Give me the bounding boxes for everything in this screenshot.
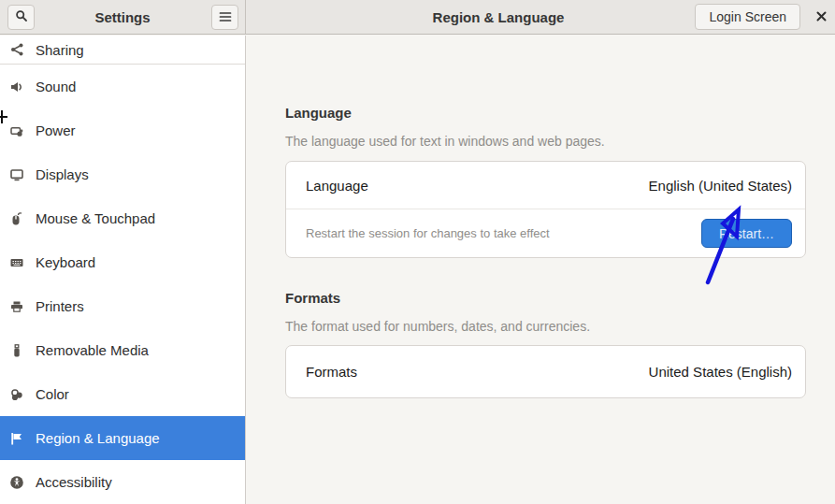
language-row-value: English (United States) [649, 178, 792, 194]
formats-row[interactable]: Formats United States (English) [286, 346, 805, 397]
sidebar-item-displays[interactable]: Displays [0, 152, 245, 196]
menu-button[interactable] [211, 5, 238, 30]
language-card: Language English (United States) Restart… [285, 161, 806, 258]
hamburger-icon [219, 9, 232, 26]
header-left: Settings [0, 0, 246, 34]
search-icon [14, 8, 29, 27]
settings-window: Settings Region & Language Login Screen … [0, 0, 835, 504]
sidebar-item-label: Sharing [36, 42, 84, 58]
login-screen-button[interactable]: Login Screen [695, 4, 800, 30]
speaker-icon [9, 79, 24, 94]
sidebar-item-accessibility[interactable]: Accessibility [0, 460, 245, 504]
sidebar-item-mouse-touchpad[interactable]: Mouse & Touchpad [0, 196, 245, 240]
flag-icon [9, 431, 24, 446]
language-row-label: Language [306, 178, 368, 194]
sidebar-item-label: Mouse & Touchpad [36, 210, 155, 226]
language-row[interactable]: Language English (United States) [286, 162, 805, 209]
sidebar-item-removable-media[interactable]: Removable Media [0, 328, 245, 372]
mouse-icon [9, 211, 24, 226]
window-title: Settings [94, 0, 150, 34]
formats-row-label: Formats [306, 364, 357, 380]
sidebar-item-printers[interactable]: Printers [0, 284, 245, 328]
sidebar-item-label: Printers [36, 298, 84, 314]
usb-icon [9, 343, 24, 358]
keyboard-icon [9, 255, 24, 270]
sidebar-item-keyboard[interactable]: Keyboard [0, 240, 245, 284]
search-button[interactable] [7, 5, 35, 30]
sidebar-item-color[interactable]: Color [0, 372, 245, 416]
battery-icon [9, 123, 24, 138]
sidebar-item-region-language[interactable]: Region & Language [0, 416, 245, 460]
sidebar-item-label: Keyboard [36, 254, 95, 270]
formats-section-title: Formats [285, 290, 340, 306]
printer-icon [9, 299, 24, 314]
share-icon [9, 42, 24, 57]
restart-button[interactable]: Restart… [701, 219, 792, 248]
header-bar: Settings Region & Language Login Screen [0, 0, 835, 35]
restart-message: Restart the session for changes to take … [306, 226, 550, 240]
login-screen-label: Login Screen [709, 9, 786, 24]
main-panel: Language The language used for text in w… [247, 36, 835, 504]
language-section-title: Language [285, 105, 352, 121]
restart-row: Restart the session for changes to take … [286, 209, 805, 257]
sidebar-item-sound[interactable]: Sound [0, 65, 245, 108]
panel-title: Region & Language [433, 0, 565, 34]
accessibility-icon [9, 475, 24, 490]
monitor-icon [9, 167, 24, 182]
formats-card: Formats United States (English) [285, 345, 806, 398]
sidebar-item-label: Region & Language [36, 430, 160, 446]
language-section-description: The language used for text in windows an… [285, 134, 605, 149]
sidebar-item-label: Accessibility [36, 474, 112, 490]
sidebar-item-power[interactable]: Power [0, 108, 245, 152]
header-right: Region & Language Login Screen [246, 0, 835, 34]
sidebar-item-label: Removable Media [36, 342, 149, 358]
color-circles-icon [9, 387, 24, 402]
sidebar: Sharing Sound Power Displays Mouse & Tou… [0, 36, 246, 504]
close-icon [815, 9, 828, 26]
close-button[interactable] [813, 9, 829, 26]
sidebar-item-label: Displays [36, 166, 89, 182]
sidebar-item-label: Color [36, 386, 69, 402]
sidebar-item-sharing[interactable]: Sharing [0, 36, 245, 65]
sidebar-item-label: Power [36, 122, 76, 138]
formats-row-value: United States (English) [649, 364, 792, 380]
sidebar-item-label: Sound [36, 79, 76, 94]
formats-section-description: The format used for numbers, dates, and … [285, 319, 590, 334]
